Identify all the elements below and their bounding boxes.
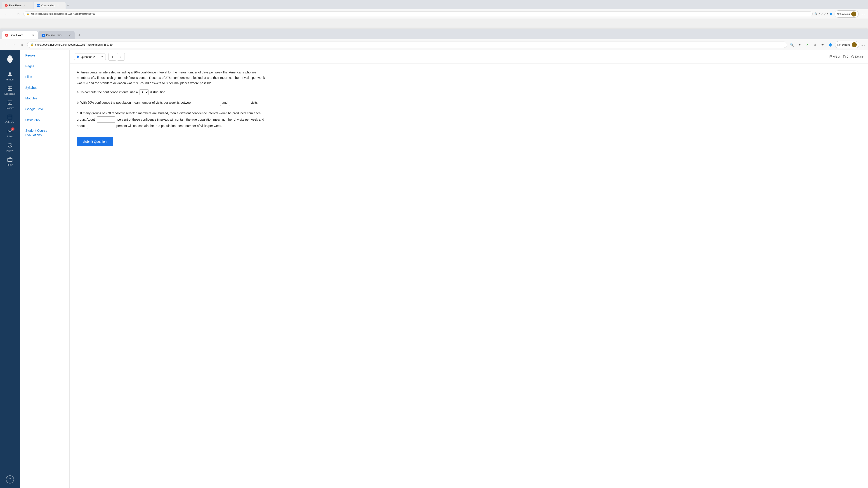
zoom-icon[interactable]: 🔍 (789, 41, 795, 48)
bg-back-btn: ← (3, 11, 9, 17)
nav-item-modules[interactable]: Modules (20, 93, 69, 104)
new-tab-btn[interactable]: + (76, 32, 83, 39)
bg-extensions: 🔍 ✦ ✓ ↺ ★ 🔷 (814, 12, 833, 15)
svg-point-0 (9, 59, 11, 60)
tab-course-hero[interactable]: CH Course Hero ✕ (38, 31, 74, 39)
help-btn[interactable]: ? (6, 475, 14, 484)
lock-icon: 🔒 (31, 43, 34, 46)
bg-reload-btn: ↺ (16, 11, 22, 17)
nav-item-people[interactable]: People (20, 50, 69, 61)
bg-tab-2-favicon: CH (37, 4, 40, 7)
app-layout: Account Dashboard (0, 50, 868, 488)
part-a: a. To compute the confidence interval us… (77, 90, 266, 95)
prev-question-btn[interactable]: ‹ (108, 53, 116, 61)
calendar-label: Calendar (5, 121, 15, 124)
nav-item-pages[interactable]: Pages (20, 61, 69, 72)
security-icon[interactable]: ✓ (804, 41, 811, 48)
courses-icon (7, 100, 13, 106)
svg-rect-2 (8, 86, 10, 88)
question-selector-label: Question 21 (81, 55, 96, 59)
sidebar-item-studio[interactable]: Studio (0, 155, 20, 169)
canvas-logo[interactable] (4, 53, 16, 66)
details-meta[interactable]: Details (851, 55, 864, 58)
tab-final-exam[interactable]: ✦ Final Exam ✕ (2, 31, 38, 39)
submit-question-btn[interactable]: Submit Question (77, 137, 113, 146)
bg-not-syncing-label: Not syncing (837, 13, 850, 15)
bg-tab-1[interactable]: ✦ Final Exam ✕ (2, 2, 33, 9)
undo-meta[interactable]: 2 (843, 55, 848, 58)
sidebar-item-calendar[interactable]: Calendar (0, 112, 20, 126)
question-selector[interactable]: Question 21 ▼ (74, 54, 106, 60)
bg-address-bar-input[interactable]: 🔒 https://egcc.instructure.com/courses/1… (24, 11, 813, 16)
part-b-input-2[interactable] (229, 100, 249, 106)
back-btn[interactable]: ← (3, 41, 9, 48)
tab-1-close[interactable]: ✕ (31, 33, 35, 37)
sidebar: Account Dashboard (0, 50, 20, 488)
sidebar-item-account[interactable]: Account (0, 69, 20, 84)
part-b-input-1[interactable] (194, 100, 221, 106)
profile-avatar (852, 42, 857, 47)
part-c-input-1[interactable] (97, 116, 115, 123)
not-syncing-btn[interactable]: Not syncing (835, 41, 859, 48)
undo-icon (843, 55, 846, 58)
bg-tab-2[interactable]: CH Course Hero ✕ (34, 2, 66, 9)
main-browser-window: ✦ Final Exam ✕ CH Course Hero ✕ + ← → ↺ … (0, 29, 868, 488)
toolbar-icons: 🔍 ✦ ✓ ↺ ★ 🔷 Not syncing ... (789, 41, 866, 48)
reload-btn[interactable]: ↺ (19, 41, 25, 48)
collections-icon[interactable]: 🔷 (827, 41, 834, 48)
part-b: b. With 90% confidence the population me… (77, 100, 266, 106)
not-syncing-label: Not syncing (837, 43, 850, 46)
sidebar-item-history[interactable]: History (0, 140, 20, 155)
question-body: A fitness center is interested in findin… (70, 64, 273, 153)
part-a-prefix: a. To compute the confidence interval us… (77, 90, 138, 95)
address-bar: ← → ↺ 🔒 https://egcc.instructure.com/cou… (0, 39, 868, 50)
background-browser: ✦ Final Exam ✕ CH Course Hero ✕ + ← → ↺ … (0, 0, 868, 19)
bg-not-syncing-btn[interactable]: Not syncing (835, 10, 859, 18)
question-header: Question 21 ▼ ‹ › 0/1 pt (70, 50, 868, 64)
nav-item-student-evaluations[interactable]: Student Course Evaluations (20, 125, 69, 140)
extensions-icon[interactable]: ✦ (797, 41, 803, 48)
nav-item-syllabus[interactable]: Syllabus (20, 83, 69, 93)
part-b-prefix: b. With 90% confidence the population me… (77, 100, 192, 105)
sidebar-item-courses[interactable]: Courses (0, 98, 20, 112)
bg-more-btn[interactable]: ... (861, 11, 865, 16)
question-chevron-icon: ▼ (101, 56, 103, 58)
tab-2-close[interactable]: ✕ (68, 33, 71, 37)
sidebar-item-dashboard[interactable]: Dashboard (0, 84, 20, 98)
tab-2-label: Course Hero (46, 34, 61, 37)
bg-profile-avatar (851, 11, 856, 17)
part-a-suffix: distribution. (150, 90, 166, 95)
question-text: A fitness center is interested in findin… (77, 70, 266, 86)
tab-1-label: Final Exam (9, 34, 23, 37)
url-bar[interactable]: 🔒 https://egcc.instructure.com/courses/1… (27, 41, 787, 48)
favorites-icon[interactable]: ★ (819, 41, 826, 48)
forward-btn[interactable]: → (11, 41, 17, 48)
url-text: https://egcc.instructure.com/courses/195… (35, 43, 784, 46)
part-c: c. If many groups of 278 randomly select… (77, 110, 266, 129)
bg-tab-2-label: Course Hero (41, 4, 55, 7)
history-label: History (6, 150, 13, 152)
svg-point-1 (9, 72, 11, 74)
history-icon (7, 142, 13, 149)
part-b-and: and (222, 100, 227, 105)
nav-item-office365[interactable]: Office 365 (20, 115, 69, 126)
info-icon (851, 55, 854, 58)
more-btn[interactable]: ... (861, 42, 865, 47)
part-c-input-2[interactable] (87, 123, 114, 129)
bg-new-tab-btn[interactable]: + (67, 3, 69, 8)
inbox-label: Inbox (7, 135, 13, 138)
nav-item-google-drive[interactable]: Google Drive (20, 104, 69, 115)
distribution-select[interactable]: ? t z (139, 90, 149, 95)
score-value: 0/1 pt (833, 55, 840, 58)
inbox-badge: 3 (11, 127, 14, 131)
sidebar-item-inbox[interactable]: 3 Inbox (0, 126, 20, 140)
part-b-suffix: visits. (251, 100, 258, 105)
nav-item-files[interactable]: Files (20, 72, 69, 83)
bg-forward-btn: → (9, 11, 16, 17)
courses-label: Courses (6, 107, 14, 109)
refresh-icon[interactable]: ↺ (812, 41, 818, 48)
tab-2-favicon: CH (41, 34, 45, 37)
svg-rect-16 (830, 56, 832, 58)
next-question-btn[interactable]: › (117, 53, 125, 61)
score-icon (829, 55, 833, 58)
